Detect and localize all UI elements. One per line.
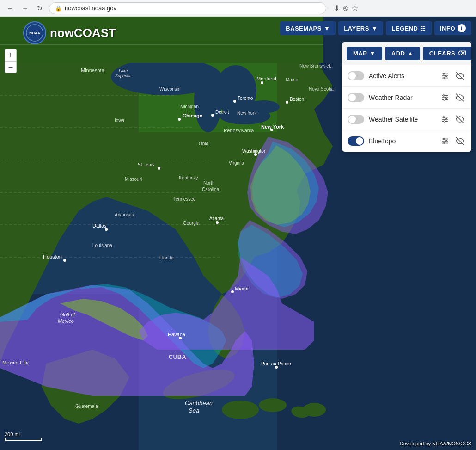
layers-icon: ▼ [372,25,378,32]
layer-item-active-alerts: Active Alerts [342,65,471,87]
weather-satellite-name: Weather Satellite [369,116,434,123]
layer-item-weather-radar: Weather Radar [342,87,471,109]
layer-item-weather-satellite: Weather Satellite [342,109,471,130]
svg-text:Georgia: Georgia [183,221,200,226]
svg-point-17 [233,100,236,103]
basemaps-label: BASEMAPS [286,25,322,32]
svg-text:Ohio: Ohio [199,141,209,146]
weather-satellite-toggle-knob [348,116,356,123]
svg-point-9 [222,401,259,419]
active-alerts-hide-button[interactable] [454,70,466,82]
attribution: Developed by NOAA/NOS/OCS [400,441,471,446]
svg-text:Minnesota: Minnesota [81,68,105,73]
svg-text:New York: New York [237,111,257,116]
svg-point-97 [444,121,445,122]
svg-text:North: North [203,180,214,185]
svg-text:Chicago: Chicago [183,113,203,118]
scale-label: 200 mi [5,432,20,437]
svg-point-102 [443,138,445,140]
legend-button[interactable]: LEGEND ☷ [386,21,432,35]
zoom-out-button[interactable]: − [5,61,17,73]
svg-text:Mexico City: Mexico City [2,360,29,365]
svg-text:Washington: Washington [242,148,266,154]
info-label: INFO [440,25,455,32]
address-bar[interactable]: 🔒 nowcoast.noaa.gov [49,2,326,14]
weather-radar-name: Weather Radar [369,94,434,101]
svg-point-29 [231,290,234,293]
svg-text:CUBA: CUBA [169,353,186,360]
bluetopo-toggle[interactable] [348,136,364,146]
svg-text:St Louis: St Louis [138,162,154,167]
svg-point-89 [446,97,447,99]
scale-line [5,438,42,441]
basemaps-button[interactable]: BASEMAPS ▼ [280,21,336,35]
share-button[interactable]: ⎋ [343,4,348,12]
svg-point-103 [446,141,447,142]
weather-satellite-actions [439,113,466,125]
svg-text:Superior: Superior [115,74,131,78]
legend-label: LEGEND [391,25,418,32]
weather-radar-toggle[interactable] [348,93,364,102]
weather-radar-toggle-knob [348,94,356,101]
zoom-in-button[interactable]: + [5,49,17,61]
add-button[interactable]: ADD ▲ [385,47,420,60]
active-alerts-settings-button[interactable] [439,70,451,82]
svg-text:Florida: Florida [159,255,174,260]
clear-icon: ⌫ [458,50,466,57]
bluetopo-name: BlueTopo [369,137,434,145]
svg-text:Gulf of: Gulf of [60,312,75,317]
svg-text:Montreal: Montreal [256,76,276,81]
svg-point-37 [158,167,160,170]
panel-header: MAP ▼ ADD ▲ CLEARS ⌫ [342,42,471,65]
info-button[interactable]: INFO i [434,21,471,35]
svg-text:Carolina: Carolina [202,187,220,192]
scale-bar: 200 mi [5,432,42,441]
svg-text:Boston: Boston [290,97,304,102]
svg-text:Maine: Maine [286,77,299,82]
layers-button[interactable]: LAYERS ▼ [338,21,383,35]
svg-point-104 [444,142,445,144]
layer-item-bluetopo: BlueTopo [342,130,471,152]
lock-icon: 🔒 [55,5,62,12]
basemaps-icon: ▼ [324,25,330,32]
map-button[interactable]: MAP ▼ [347,47,382,60]
weather-radar-hide-button[interactable] [454,92,466,104]
legend-icon: ☷ [420,25,426,32]
browser-chrome: ← → ↻ 🔒 nowcoast.noaa.gov ⬇ ⎋ ☆ [0,0,476,17]
logo-bar: NOAA nowCOAST [23,21,116,44]
active-alerts-toggle[interactable] [348,71,364,80]
download-button[interactable]: ⬇ [334,4,340,12]
weather-radar-settings-button[interactable] [439,92,451,104]
bookmark-button[interactable]: ☆ [352,4,358,12]
svg-text:Dallas: Dallas [92,223,107,228]
svg-point-90 [444,99,445,100]
svg-point-95 [443,117,445,118]
svg-text:Sea: Sea [189,407,199,414]
svg-text:Houston: Houston [43,254,62,259]
svg-text:Arkansas: Arkansas [115,212,134,217]
bluetopo-settings-button[interactable] [439,135,451,147]
svg-text:Louisiana: Louisiana [92,243,112,248]
svg-text:Guatemala: Guatemala [75,404,98,409]
forward-button[interactable]: → [19,3,31,14]
bluetopo-hide-button[interactable] [454,135,466,147]
add-label: ADD [391,50,405,57]
weather-satellite-settings-button[interactable] [439,113,451,125]
svg-point-27 [216,221,219,224]
svg-text:Port-au-Prince: Port-au-Prince [261,361,291,366]
weather-satellite-toggle[interactable] [348,115,364,124]
map-container[interactable]: Chicago Detroit Toronto Montreal Boston … [0,17,476,450]
svg-point-96 [446,119,447,120]
weather-satellite-hide-button[interactable] [454,113,466,125]
svg-point-12 [303,403,326,417]
reload-button[interactable]: ↻ [34,3,45,14]
svg-text:Michigan: Michigan [180,104,199,109]
layers-label: LAYERS [344,25,369,32]
svg-text:Kentucky: Kentucky [179,175,198,180]
svg-text:Virginia: Virginia [229,160,244,166]
svg-text:Nova Scotia: Nova Scotia [309,86,334,92]
bluetopo-actions [439,135,466,147]
clear-button[interactable]: CLEARS ⌫ [423,47,471,60]
zoom-controls: + − [5,49,17,73]
back-button[interactable]: ← [5,3,16,14]
